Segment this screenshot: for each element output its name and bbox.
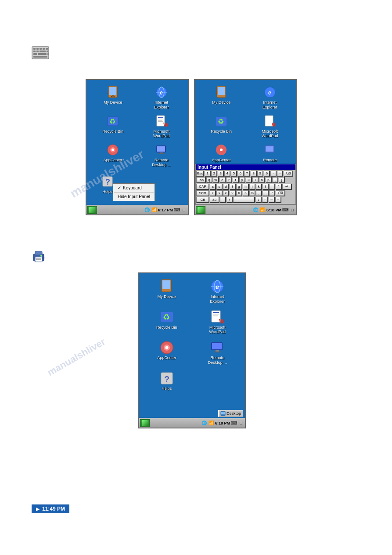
taskbar-dock-right[interactable]: □	[289, 207, 295, 213]
key-z[interactable]: z	[210, 190, 216, 196]
key-r[interactable]: r	[226, 177, 232, 183]
my-device-icon-large[interactable]: My Device	[143, 278, 191, 306]
key-shift[interactable]: Shift	[196, 190, 209, 196]
key-period[interactable]: .	[263, 190, 269, 196]
internet-explorer-icon-left[interactable]: e InternetExplorer	[138, 83, 186, 112]
key-o[interactable]: o	[259, 177, 265, 183]
key-left[interactable]: ←	[269, 197, 275, 203]
key-x[interactable]: x	[216, 190, 223, 196]
remote-desktop-icon-left[interactable]: RemoteDesktop ...	[138, 141, 186, 169]
taskbar-time-large: 6:18 PM	[215, 421, 230, 425]
appcenter-icon-right[interactable]: AppCenter	[198, 141, 245, 164]
my-device-icon-left[interactable]: My Device	[89, 83, 137, 112]
remote-desktop-icon-large[interactable]: RemoteDesktop ...	[194, 339, 242, 367]
key-2[interactable]: 2	[211, 170, 217, 177]
key-f[interactable]: f	[230, 184, 236, 190]
key-enter[interactable]: ↵	[282, 184, 292, 190]
taskbar-keyboard-right[interactable]: ⌨	[282, 207, 288, 213]
key-5[interactable]: 5	[231, 170, 237, 177]
key-b[interactable]: b	[236, 190, 242, 196]
key-y[interactable]: y	[239, 177, 245, 183]
key-4[interactable]: 4	[224, 170, 230, 177]
key-semicolon[interactable]: ;	[269, 184, 275, 190]
start-button-right[interactable]	[196, 206, 205, 214]
key-q[interactable]: q	[206, 177, 212, 183]
key-1[interactable]: 1	[205, 170, 211, 177]
key-esc[interactable]: Esc	[196, 170, 204, 177]
key-p[interactable]: p	[266, 177, 272, 183]
hide-input-panel-item[interactable]: Hide Input Panel	[114, 193, 154, 200]
microsoft-wordpad-icon-right[interactable]: W MicrosoftWordPad	[246, 112, 294, 141]
helps-icon-large[interactable]: ? Helps	[143, 370, 191, 393]
taskbar-keyboard-large[interactable]: ⌨	[231, 420, 237, 426]
svg-rect-4	[43, 48, 45, 50]
key-n[interactable]: n	[243, 190, 249, 196]
ie-icon-large[interactable]: e InternetExplorer	[194, 278, 242, 306]
key-d[interactable]: d	[223, 184, 229, 190]
key-c[interactable]: c	[223, 190, 229, 196]
appcenter-icon-large[interactable]: AppCenter	[143, 339, 191, 367]
key-l[interactable]: l	[263, 184, 269, 190]
key-space[interactable]	[233, 197, 255, 203]
key-s[interactable]: s	[216, 184, 223, 190]
my-device-icon-right[interactable]: My Device	[198, 83, 245, 112]
screen-right: My Device e InternetExplorer ♻	[194, 79, 297, 215]
keyboard-menu-item[interactable]: Keyboard	[114, 185, 154, 191]
start-button-large[interactable]	[140, 419, 150, 427]
key-cap[interactable]: CAP	[196, 184, 209, 190]
key-k[interactable]: k	[256, 184, 262, 190]
key-a[interactable]: a	[210, 184, 216, 190]
recycle-bin-icon-large[interactable]: ♻ Recycle Bin	[143, 308, 191, 337]
key-down[interactable]: ↓	[255, 197, 262, 203]
start-button-left[interactable]	[87, 206, 97, 214]
key-6[interactable]: 6	[237, 170, 244, 177]
popup-menu-left[interactable]: Keyboard Hide Input Panel	[113, 183, 155, 201]
wordpad-icon-large[interactable]: W MicrosoftWordPad	[194, 308, 242, 337]
key-i[interactable]: i	[252, 177, 259, 183]
key-auu[interactable]: áü	[210, 197, 219, 203]
desktop-button[interactable]: Desktop	[218, 410, 243, 417]
key-h[interactable]: h	[243, 184, 249, 190]
taskbar-dock-left[interactable]: □	[181, 207, 187, 213]
key-right[interactable]: →	[275, 197, 281, 203]
key-3[interactable]: 3	[218, 170, 224, 177]
remote-icon-right[interactable]: Remote	[246, 141, 294, 164]
desktop-button-area[interactable]: Desktop	[218, 410, 243, 417]
key-v[interactable]: v	[230, 190, 236, 196]
key-8[interactable]: 8	[251, 170, 257, 177]
key-slash[interactable]: /	[269, 190, 275, 196]
key-equals[interactable]: =	[277, 170, 283, 177]
key-j[interactable]: j	[249, 184, 255, 190]
key-up[interactable]: ↑	[262, 197, 268, 203]
key-comma[interactable]: ,	[256, 190, 262, 196]
key-u[interactable]: u	[246, 177, 252, 183]
key-backslash[interactable]: \	[227, 197, 233, 203]
internet-explorer-icon-right[interactable]: e InternetExplorer	[246, 83, 294, 112]
taskbar-dock-large[interactable]: □	[238, 420, 244, 426]
key-rbracket[interactable]: ]	[279, 177, 285, 183]
key-w[interactable]: w	[213, 177, 219, 183]
key-quote[interactable]: '	[276, 184, 282, 190]
key-ctl[interactable]: Ctl	[196, 197, 209, 203]
svg-rect-44	[158, 153, 165, 154]
key-backtick[interactable]: `	[220, 197, 226, 203]
key-tab[interactable]: Tab	[196, 177, 206, 183]
recycle-bin-icon-right[interactable]: ♻ Recycle Bin	[198, 112, 245, 141]
recycle-bin-icon-left[interactable]: ♻ Recycle Bin	[89, 112, 137, 141]
key-shift-bksp[interactable]: ⌫	[276, 190, 285, 196]
key-7[interactable]: 7	[244, 170, 250, 177]
key-e[interactable]: e	[219, 177, 226, 183]
svg-rect-59	[266, 146, 273, 152]
key-9[interactable]: 9	[257, 170, 263, 177]
taskbar-keyboard-left[interactable]: ⌨	[174, 207, 180, 213]
key-0[interactable]: 0	[264, 170, 270, 177]
key-lbracket[interactable]: [	[272, 177, 278, 183]
key-g[interactable]: g	[236, 184, 242, 190]
screenshot-large: My Device e InternetExplorer	[138, 272, 246, 428]
key-minus[interactable]: -	[270, 170, 277, 177]
microsoft-wordpad-icon-left[interactable]: W MicrosoftWordPad	[138, 112, 186, 141]
appcenter-icon-left[interactable]: AppCenter	[89, 141, 137, 169]
key-backspace[interactable]: ⌫	[284, 170, 293, 177]
key-m[interactable]: m	[249, 190, 255, 196]
key-t[interactable]: t	[233, 177, 239, 183]
